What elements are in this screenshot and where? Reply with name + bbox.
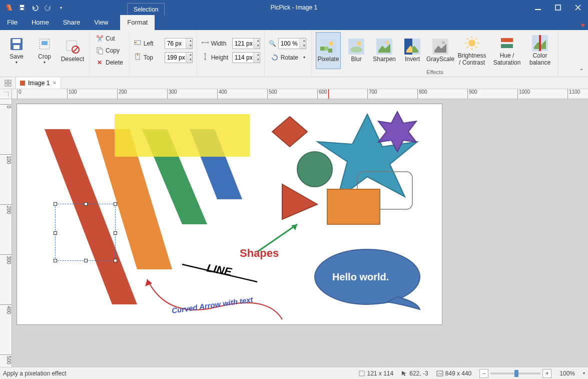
svg-line-38 bbox=[467, 38, 468, 40]
sel-handle-ne[interactable] bbox=[114, 202, 117, 206]
svg-point-51 bbox=[297, 152, 332, 187]
svg-rect-9 bbox=[42, 41, 48, 45]
collapse-ribbon-icon[interactable]: ⌃ bbox=[579, 68, 584, 75]
app-icon[interactable] bbox=[3, 2, 15, 14]
menu-format[interactable]: Format bbox=[120, 15, 155, 30]
svg-rect-53 bbox=[327, 189, 380, 224]
height-input[interactable] bbox=[232, 52, 260, 63]
svg-rect-47 bbox=[9, 80, 11, 83]
context-tab-label: Selection bbox=[127, 3, 165, 15]
zoom-dropdown-icon[interactable]: ▾ bbox=[583, 371, 585, 375]
zoom-in-button[interactable]: + bbox=[542, 369, 551, 378]
cut-button[interactable]: ✂️Cut bbox=[94, 33, 125, 44]
save-icon bbox=[9, 36, 25, 52]
svg-rect-45 bbox=[539, 35, 541, 51]
save-button[interactable]: Save▾ bbox=[4, 32, 29, 69]
svg-point-32 bbox=[442, 41, 445, 44]
minimize-button[interactable] bbox=[528, 0, 548, 15]
workarea: 010020030040050060070080090010001100 010… bbox=[0, 89, 588, 367]
svg-rect-46 bbox=[5, 80, 8, 83]
svg-rect-10 bbox=[67, 41, 77, 51]
top-input[interactable] bbox=[165, 52, 193, 63]
delete-icon: ✕ bbox=[96, 59, 104, 67]
sel-handle-nw[interactable] bbox=[54, 202, 57, 206]
menu-view[interactable]: View bbox=[87, 15, 115, 30]
svg-rect-43 bbox=[501, 44, 513, 48]
selection-rectangle[interactable] bbox=[55, 204, 116, 261]
svg-rect-3 bbox=[535, 9, 541, 10]
status-image-size: 849 x 440 bbox=[436, 370, 472, 377]
delete-button[interactable]: ✕Delete bbox=[94, 57, 125, 68]
sel-handle-sw[interactable] bbox=[54, 259, 57, 262]
ruler-cursor-marker bbox=[328, 89, 329, 99]
qat-save-icon[interactable] bbox=[16, 2, 28, 14]
colorbalance-icon bbox=[532, 35, 548, 51]
grayscale-button[interactable]: GrayScale bbox=[428, 32, 453, 69]
thumbnails-button[interactable] bbox=[0, 77, 16, 89]
svg-point-26 bbox=[357, 42, 361, 46]
window-title: PicPick - Image 1 bbox=[271, 4, 317, 11]
svg-rect-42 bbox=[501, 38, 513, 42]
width-input[interactable] bbox=[232, 38, 260, 49]
svg-line-40 bbox=[467, 47, 468, 48]
ribbon: Save▾ Crop▾ Deselect ✂️Cut Copy ✕Delete … bbox=[0, 30, 588, 77]
copy-button[interactable]: Copy bbox=[94, 45, 125, 56]
sel-handle-w[interactable] bbox=[54, 231, 57, 235]
statusbar: Apply a pixelation effect 121 x 114 622,… bbox=[0, 367, 588, 379]
menu-file[interactable]: File bbox=[0, 15, 25, 30]
menu-share[interactable]: Share bbox=[56, 15, 88, 30]
deselect-button[interactable]: Deselect bbox=[60, 32, 85, 69]
tab-title: Image 1 bbox=[28, 80, 50, 87]
qat-undo-icon[interactable] bbox=[29, 2, 41, 14]
svg-text:Curved Arrow with text: Curved Arrow with text bbox=[171, 295, 254, 315]
blur-icon bbox=[348, 39, 364, 55]
titlebar: ▾ Selection PicPick - Image 1 bbox=[0, 0, 588, 15]
zoom-input[interactable] bbox=[278, 38, 306, 49]
sel-handle-n[interactable] bbox=[84, 202, 88, 206]
svg-text:Hello world.: Hello world. bbox=[332, 271, 389, 282]
maximize-button[interactable] bbox=[548, 0, 568, 15]
left-input[interactable] bbox=[165, 38, 193, 49]
ruler-vertical[interactable]: 0100200300400500 bbox=[0, 99, 12, 367]
svg-line-12 bbox=[73, 47, 78, 52]
pixelate-button[interactable]: Pixelate bbox=[316, 32, 341, 69]
document-tab[interactable]: Image 1 × bbox=[16, 77, 61, 89]
rotate-button[interactable]: Rotate ▾ bbox=[269, 52, 307, 63]
blur-button[interactable]: Blur bbox=[344, 32, 369, 69]
invert-button[interactable]: Invert bbox=[400, 32, 425, 69]
document-tabbar: Image 1 × bbox=[0, 77, 588, 89]
heart-icon[interactable]: ♥ bbox=[581, 21, 585, 29]
sel-handle-e[interactable] bbox=[114, 231, 117, 235]
close-button[interactable] bbox=[568, 0, 588, 15]
status-hint: Apply a pixelation effect bbox=[3, 370, 67, 377]
ruler-corner[interactable] bbox=[0, 89, 12, 99]
hue-button[interactable]: Hue / Saturation bbox=[491, 32, 523, 69]
qat-redo-icon[interactable] bbox=[42, 2, 54, 14]
menu-home[interactable]: Home bbox=[25, 15, 56, 30]
zoom-track[interactable] bbox=[490, 372, 540, 374]
brightness-button[interactable]: Brightness / Contrast bbox=[456, 32, 488, 69]
sel-handle-se[interactable] bbox=[114, 259, 117, 262]
canvas-viewport[interactable]: Shapes LINE Curved Arrow with text Hello… bbox=[12, 99, 588, 367]
sharpen-button[interactable]: Sharpen bbox=[372, 32, 397, 69]
svg-rect-20 bbox=[320, 47, 324, 51]
zoom-out-button[interactable]: − bbox=[479, 369, 488, 378]
tab-close-icon[interactable]: × bbox=[53, 79, 57, 87]
crop-button[interactable]: Crop▾ bbox=[32, 32, 57, 69]
height-icon bbox=[201, 53, 209, 62]
zoom-thumb[interactable] bbox=[514, 370, 518, 377]
svg-rect-2 bbox=[21, 8, 24, 10]
colorbalance-button[interactable]: Color balance bbox=[526, 32, 554, 69]
svg-rect-48 bbox=[5, 84, 8, 86]
rotate-icon bbox=[271, 54, 279, 62]
sel-handle-s[interactable] bbox=[84, 259, 88, 262]
svg-rect-7 bbox=[14, 45, 20, 49]
grayscale-icon bbox=[432, 39, 448, 55]
qat-more-icon[interactable]: ▾ bbox=[55, 2, 67, 14]
ruler-horizontal[interactable]: 010020030040050060070080090010001100 bbox=[12, 89, 588, 99]
svg-text:LINE: LINE bbox=[206, 261, 233, 278]
canvas[interactable]: Shapes LINE Curved Arrow with text Hello… bbox=[17, 104, 442, 324]
zoom-slider[interactable]: − + bbox=[479, 369, 551, 378]
pixelate-icon bbox=[320, 39, 336, 55]
status-selection-size: 121 x 114 bbox=[358, 370, 394, 377]
